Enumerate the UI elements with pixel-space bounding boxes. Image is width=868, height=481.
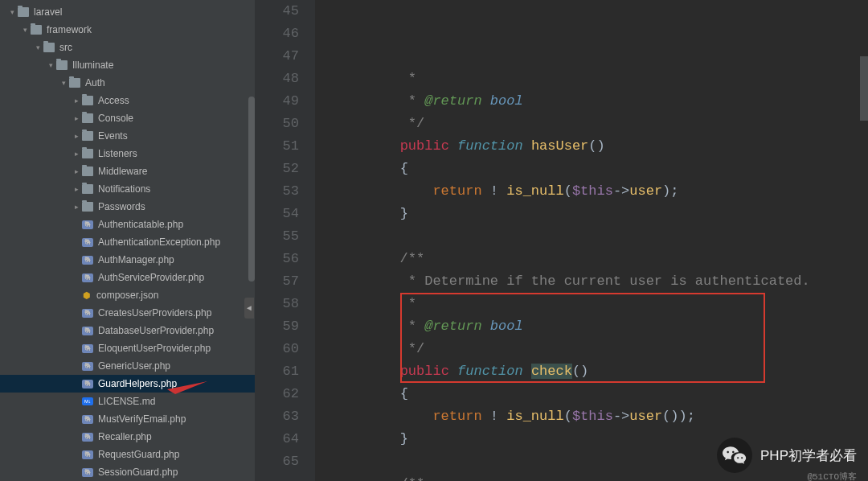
php-file-icon: 🐘 (82, 415, 93, 424)
folder-icon (69, 78, 80, 88)
tree-item-label: Auth (85, 77, 105, 88)
line-number: 50 (255, 113, 299, 135)
code-line[interactable]: * Determine if the current user is authe… (334, 270, 868, 293)
tree-file[interactable]: M↓LICENSE.md (0, 393, 255, 410)
tree-file[interactable]: 🐘AuthenticationException.php (0, 233, 255, 251)
code-line[interactable]: { (334, 158, 868, 180)
tree-folder[interactable]: ▸Listeners (0, 145, 255, 162)
folder-icon (82, 96, 93, 105)
tree-file[interactable]: 🐘GuardHelpers.php (0, 375, 255, 393)
php-file-icon: 🐘 (82, 327, 93, 335)
tree-item-label: Access (98, 95, 129, 106)
tree-folder[interactable]: ▾Auth (0, 74, 255, 92)
chevron-down-icon[interactable]: ▾ (32, 43, 43, 51)
folder-icon (82, 184, 93, 194)
tree-item-label: Listeners (98, 148, 137, 159)
tree-file[interactable]: 🐘Recaller.php (0, 428, 255, 446)
tree-file[interactable]: 🐘AuthManager.php (0, 251, 255, 269)
tree-item-label: laravel (34, 6, 62, 18)
tree-item-label: composer.json (96, 290, 158, 301)
chevron-right-icon[interactable]: ▸ (71, 167, 82, 175)
code-line[interactable]: /** (334, 248, 868, 270)
file-tree-panel[interactable]: ▾laravel▾framework▾src▾Illuminate▾Auth▸A… (0, 0, 255, 481)
editor-scrollbar[interactable] (860, 0, 868, 481)
php-file-icon: 🐘 (82, 433, 93, 442)
tree-folder[interactable]: ▸Middleware (0, 162, 255, 180)
tree-folder[interactable]: ▸Console (0, 109, 255, 127)
panel-collapse-button[interactable]: ◄ (244, 298, 254, 319)
tree-item-label: GuardHelpers.php (98, 378, 177, 389)
line-number: 64 (255, 428, 299, 450)
tree-file[interactable]: 🐘CreatesUserProviders.php (0, 304, 255, 322)
tree-folder[interactable]: ▸Access (0, 92, 255, 109)
code-editor[interactable]: ◄ 45464748495051525354555657585960616263… (255, 0, 868, 481)
line-number: 45 (255, 0, 299, 23)
code-line[interactable]: return ! is_null($this->user); (334, 180, 868, 203)
code-area[interactable]: * * @return bool */ public function hasU… (315, 0, 868, 481)
tree-item-label: EloquentUserProvider.php (98, 343, 211, 354)
tree-file[interactable]: ⬢composer.json (0, 286, 255, 304)
line-number: 47 (255, 45, 299, 68)
code-line[interactable] (334, 450, 868, 473)
chevron-down-icon[interactable]: ▾ (58, 79, 69, 87)
code-line[interactable]: * (334, 68, 868, 90)
code-line[interactable]: return ! is_null($this->user()); (334, 405, 868, 428)
code-line[interactable]: */ (334, 113, 868, 135)
code-line[interactable] (334, 225, 868, 248)
line-gutter: 4546474849505152535455565758596061626364… (255, 0, 315, 481)
chevron-down-icon[interactable]: ▾ (19, 26, 31, 34)
code-line[interactable]: * @return bool (334, 315, 868, 338)
tree-file[interactable]: 🐘SessionGuard.php (0, 463, 255, 481)
tree-item-label: DatabaseUserProvider.php (98, 325, 214, 336)
line-number: 59 (255, 315, 299, 338)
tree-item-label: Middleware (98, 166, 147, 177)
json-file-icon: ⬢ (82, 290, 92, 301)
watermark-subtext: @51CTO博客 (807, 471, 857, 481)
tree-item-label: Events (98, 130, 128, 142)
chevron-right-icon[interactable]: ▸ (71, 97, 82, 105)
folder-icon (82, 131, 93, 141)
code-line[interactable]: } (334, 203, 868, 225)
tree-file[interactable]: 🐘EloquentUserProvider.php (0, 339, 255, 357)
chevron-right-icon[interactable]: ▸ (71, 114, 82, 122)
line-number: 60 (255, 338, 299, 360)
line-number: 51 (255, 135, 299, 158)
chevron-right-icon[interactable]: ▸ (71, 203, 82, 211)
line-number: 58 (255, 293, 299, 315)
code-line[interactable]: * (334, 293, 868, 315)
tree-folder[interactable]: ▸Passwords (0, 198, 255, 216)
tree-file[interactable]: 🐘MustVerifyEmail.php (0, 410, 255, 428)
tree-folder[interactable]: ▾laravel (0, 3, 255, 21)
tree-file[interactable]: 🐘RequestGuard.php (0, 446, 255, 463)
code-line[interactable]: public function check() (334, 360, 868, 383)
sidebar-scrollbar[interactable] (248, 0, 255, 481)
line-number: 48 (255, 68, 299, 90)
folder-icon (31, 25, 42, 35)
chevron-down-icon[interactable]: ▾ (45, 61, 56, 69)
chevron-right-icon[interactable]: ▸ (71, 132, 82, 140)
tree-file[interactable]: 🐘DatabaseUserProvider.php (0, 322, 255, 339)
code-line[interactable]: { (334, 383, 868, 405)
code-line[interactable]: */ (334, 338, 868, 360)
tree-folder[interactable]: ▾Illuminate (0, 56, 255, 74)
chevron-right-icon[interactable]: ▸ (71, 150, 82, 158)
code-line[interactable]: * @return bool (334, 90, 868, 113)
php-file-icon: 🐘 (82, 256, 93, 265)
tree-file[interactable]: 🐘GenericUser.php (0, 357, 255, 375)
code-line[interactable]: public function hasUser() (334, 135, 868, 158)
line-number: 65 (255, 450, 299, 473)
chevron-right-icon[interactable]: ▸ (71, 185, 82, 193)
tree-folder[interactable]: ▸Notifications (0, 180, 255, 198)
folder-icon (82, 149, 93, 158)
chevron-down-icon[interactable]: ▾ (6, 8, 18, 16)
tree-file[interactable]: 🐘AuthServiceProvider.php (0, 269, 255, 286)
folder-icon (82, 113, 93, 123)
code-line[interactable]: /** (334, 473, 868, 481)
tree-folder[interactable]: ▾src (0, 39, 255, 56)
tree-file[interactable]: 🐘Authenticatable.php (0, 216, 255, 233)
line-number: 62 (255, 383, 299, 405)
tree-folder[interactable]: ▸Events (0, 127, 255, 145)
line-number: 55 (255, 225, 299, 248)
tree-folder[interactable]: ▾framework (0, 21, 255, 39)
code-line[interactable]: } (334, 428, 868, 450)
